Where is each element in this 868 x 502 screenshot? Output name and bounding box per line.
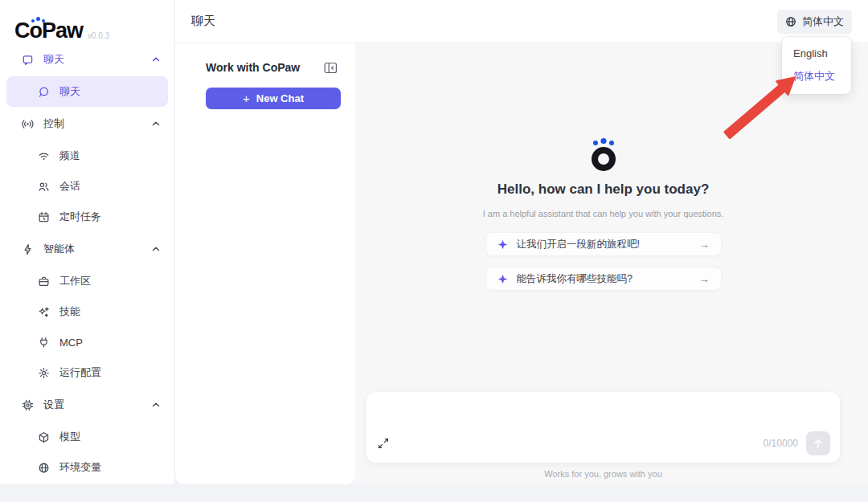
language-option-simplified-chinese[interactable]: 简体中文 <box>782 64 851 88</box>
sidebar-item-label: 环境变量 <box>59 460 101 475</box>
expand-icon <box>378 438 389 449</box>
paw-dots-icon <box>31 17 45 22</box>
sidebar-item-mcp[interactable]: MCP <box>0 327 174 357</box>
chat-panel-header: Work with CoPaw <box>175 43 355 74</box>
suggestion-chips: 让我们开启一段新的旅程吧! → 能告诉我你有哪些技能吗? → <box>366 232 840 291</box>
sidebar-menu: 聊天 聊天 控制 频道 <box>0 43 174 483</box>
sparkles-icon <box>37 305 50 318</box>
sidebar-item-models[interactable]: 模型 <box>0 422 174 452</box>
composer: 0/10000 <box>366 392 840 463</box>
sidebar-item-channels[interactable]: 频道 <box>0 141 174 171</box>
chevron-up-icon <box>152 246 160 252</box>
broadcast-icon <box>21 117 34 130</box>
new-chat-button[interactable]: + New Chat <box>206 88 341 109</box>
arrow-up-icon <box>813 438 824 449</box>
sidebar: CoPaw v0.0.3 聊天 聊天 控制 <box>0 0 175 484</box>
sidebar-item-label: 聊天 <box>43 52 64 67</box>
suggestion-text: 能告诉我你有哪些技能吗? <box>517 272 633 286</box>
sidebar-section-settings[interactable]: 设置 <box>0 388 174 422</box>
sidebar-section-chat[interactable]: 聊天 <box>0 43 174 76</box>
sidebar-item-sessions[interactable]: 会话 <box>0 171 174 202</box>
sidebar-item-chat[interactable]: 聊天 <box>6 76 168 107</box>
sidebar-item-label: 频道 <box>59 149 80 163</box>
chat-panel-title: Work with CoPaw <box>206 61 300 74</box>
suggestion-chip[interactable]: 让我们开启一段新的旅程吧! → <box>485 232 722 256</box>
sidebar-item-run-config[interactable]: 运行配置 <box>0 357 174 388</box>
composer-area: 0/10000 <box>366 392 840 463</box>
new-chat-label: New Chat <box>256 92 304 104</box>
arrow-right-icon: → <box>699 239 710 251</box>
greeting-text: Hello, how can I help you today? <box>497 182 710 198</box>
sidebar-item-env-vars[interactable]: 环境变量 <box>0 452 174 483</box>
sparkle-icon <box>497 239 508 250</box>
app-logo: CoPaw <box>14 18 83 43</box>
collapse-panel-button[interactable] <box>324 62 338 74</box>
send-button[interactable] <box>806 431 830 455</box>
message-input[interactable] <box>378 400 828 434</box>
users-icon <box>37 180 50 193</box>
tagline: Works for you, grows with you <box>366 469 840 479</box>
greeting-subtitle: I am a helpful assistant that can help y… <box>483 209 724 218</box>
language-button[interactable]: 简体中文 <box>777 10 852 34</box>
chevron-up-icon <box>152 402 160 408</box>
chevron-up-icon <box>152 120 160 127</box>
cube-icon <box>37 431 50 443</box>
language-menu: English 简体中文 <box>782 37 851 94</box>
language-button-label: 简体中文 <box>802 14 844 29</box>
sidebar-section-agents[interactable]: 智能体 <box>0 232 174 266</box>
briefcase-icon <box>37 275 50 288</box>
sidebar-item-label: 定时任务 <box>59 210 101 224</box>
welcome-block: Hello, how can I help you today? I am a … <box>366 137 840 218</box>
sidebar-item-label: 工作区 <box>59 274 91 288</box>
app-name: CoPaw <box>14 18 83 43</box>
arrow-right-icon: → <box>699 273 710 285</box>
suggestion-chip[interactable]: 能告诉我你有哪些技能吗? → <box>485 267 722 291</box>
chat-bubble-icon <box>37 85 50 98</box>
sidebar-item-skills[interactable]: 技能 <box>0 296 174 327</box>
lightning-icon <box>21 243 34 255</box>
collapse-panel-icon <box>324 62 338 74</box>
sidebar-item-label: 技能 <box>59 304 80 319</box>
sidebar-section-control[interactable]: 控制 <box>0 107 174 141</box>
calendar-clock-icon <box>37 210 50 223</box>
sidebar-item-label: 智能体 <box>43 242 75 256</box>
char-counter: 0/10000 <box>764 438 798 449</box>
suggestion-text: 让我们开启一段新的旅程吧! <box>517 238 640 251</box>
wifi-icon <box>37 149 50 162</box>
sidebar-item-scheduled-tasks[interactable]: 定时任务 <box>0 202 174 232</box>
sidebar-item-label: 聊天 <box>59 84 80 99</box>
app-version: v0.0.3 <box>88 31 109 40</box>
sidebar-item-workspace[interactable]: 工作区 <box>0 266 174 296</box>
chevron-up-icon <box>152 56 160 63</box>
sidebar-item-label: 模型 <box>59 430 80 444</box>
sidebar-item-label: MCP <box>59 337 83 349</box>
chip-icon <box>21 398 34 411</box>
copaw-logo-icon <box>585 137 622 173</box>
plug-icon <box>37 336 50 349</box>
header: 聊天 简体中文 <box>175 0 868 43</box>
sidebar-item-label: 运行配置 <box>59 365 101 380</box>
sidebar-item-label: 会话 <box>59 179 80 194</box>
chat-main-area: Hello, how can I help you today? I am a … <box>355 43 868 484</box>
sparkle-icon <box>497 274 508 284</box>
sidebar-item-label: 控制 <box>43 116 64 131</box>
sidebar-item-label: 设置 <box>43 398 64 412</box>
brand: CoPaw v0.0.3 <box>0 0 174 43</box>
plus-icon: + <box>243 92 250 104</box>
language-option-english[interactable]: English <box>782 43 851 64</box>
chat-square-icon <box>21 53 34 66</box>
composer-toolbar: 0/10000 <box>378 431 830 455</box>
gear-icon <box>37 366 50 379</box>
globe-icon <box>785 16 796 27</box>
chat-list-panel: Work with CoPaw + New Chat <box>175 43 355 484</box>
globe-icon <box>37 461 50 474</box>
page-title: 聊天 <box>191 14 215 29</box>
expand-button[interactable] <box>378 438 389 449</box>
